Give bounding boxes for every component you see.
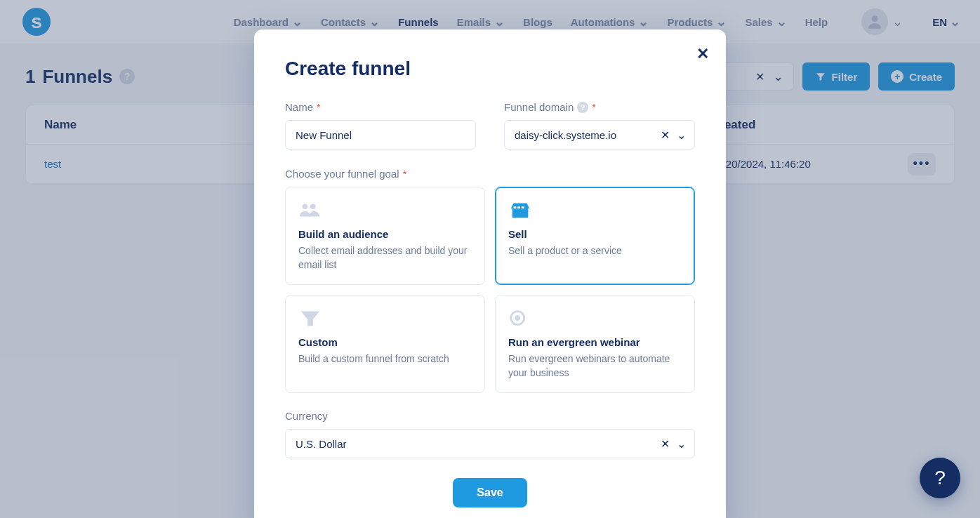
- funnel-icon: [298, 308, 472, 329]
- goal-title: Sell: [508, 228, 682, 240]
- currency-label: Currency: [285, 410, 695, 422]
- required-mark: *: [317, 102, 320, 113]
- goal-build-audience[interactable]: Build an audience Collect email addresse…: [285, 187, 485, 285]
- svg-rect-4: [514, 206, 517, 208]
- currency-field: Currency U.S. Dollar ✕ ⌄: [285, 410, 695, 458]
- domain-select[interactable]: daisy-click.systeme.io ✕ ⌄: [504, 120, 695, 150]
- help-fab[interactable]: ?: [920, 458, 960, 498]
- name-field: Name*: [285, 101, 476, 150]
- goal-sell[interactable]: Sell Sell a product or a service: [495, 187, 695, 285]
- goal-custom[interactable]: Custom Build a custom funnel from scratc…: [285, 295, 485, 393]
- goal-desc: Build a custom funnel from scratch: [298, 352, 472, 366]
- goal-grid: Build an audience Collect email addresse…: [285, 187, 695, 393]
- save-button[interactable]: Save: [453, 478, 527, 507]
- modal-title: Create funnel: [285, 58, 695, 80]
- help-icon[interactable]: ?: [577, 102, 588, 113]
- goal-desc: Collect email addresses and build your e…: [298, 244, 472, 272]
- goal-title: Custom: [298, 336, 472, 348]
- form-row: Name* Funnel domain ? * daisy-click.syst…: [285, 101, 695, 150]
- close-icon[interactable]: ✕: [696, 45, 709, 63]
- currency-value: U.S. Dollar: [296, 438, 654, 450]
- svg-point-8: [515, 315, 520, 321]
- webinar-icon: [508, 308, 682, 329]
- clear-icon[interactable]: ✕: [661, 437, 670, 451]
- create-funnel-modal: ✕ Create funnel Name* Funnel domain ? * …: [254, 29, 726, 518]
- svg-point-1: [303, 204, 308, 210]
- required-mark: *: [592, 102, 595, 113]
- goal-title: Build an audience: [298, 228, 472, 240]
- required-mark: *: [403, 168, 406, 180]
- goal-title: Run an evergreen webinar: [508, 336, 682, 348]
- goal-section: Choose your funnel goal* Build an audien…: [285, 168, 695, 393]
- goal-webinar[interactable]: Run an evergreen webinar Run evergreen w…: [495, 295, 695, 393]
- goal-desc: Sell a product or a service: [508, 244, 682, 258]
- name-input[interactable]: [285, 120, 476, 150]
- goal-label: Choose your funnel goal*: [285, 168, 695, 180]
- goal-desc: Run evergreen webinars to automate your …: [508, 352, 682, 380]
- currency-select[interactable]: U.S. Dollar ✕ ⌄: [285, 429, 695, 458]
- domain-field: Funnel domain ? * daisy-click.systeme.io…: [504, 101, 695, 150]
- svg-point-2: [310, 204, 316, 210]
- domain-value: daisy-click.systeme.io: [515, 129, 654, 141]
- svg-rect-5: [517, 206, 520, 208]
- name-label: Name*: [285, 101, 476, 113]
- svg-rect-3: [512, 208, 529, 218]
- domain-label: Funnel domain ? *: [504, 101, 695, 113]
- audience-icon: [298, 200, 472, 221]
- store-icon: [508, 200, 682, 221]
- svg-rect-6: [522, 206, 524, 208]
- chevron-down-icon[interactable]: ⌄: [677, 128, 686, 142]
- clear-icon[interactable]: ✕: [661, 128, 670, 142]
- chevron-down-icon[interactable]: ⌄: [677, 437, 686, 451]
